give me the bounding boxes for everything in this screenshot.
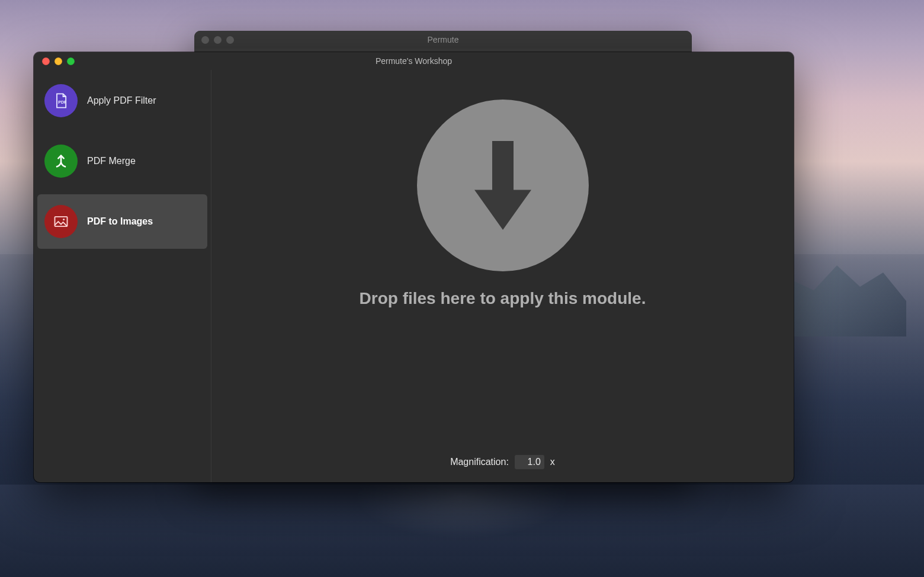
minimize-button[interactable] <box>54 57 62 65</box>
magnification-label: Magnification: <box>450 457 509 467</box>
sidebar-item-pdf-to-images[interactable]: PDF to Images <box>37 194 207 249</box>
module-main-panel: Drop files here to apply this module. Ma… <box>211 70 794 482</box>
dropzone[interactable] <box>417 100 589 271</box>
inactive-minimize-dot[interactable] <box>214 36 222 44</box>
svg-point-2 <box>63 219 65 220</box>
svg-text:PDF: PDF <box>58 100 67 104</box>
sidebar-item-label: PDF to Images <box>87 216 153 227</box>
inactive-zoom-dot[interactable] <box>226 36 234 44</box>
magnification-suffix: x <box>550 457 555 467</box>
traffic-lights <box>42 52 75 70</box>
magnification-row: Magnification: x <box>211 455 794 469</box>
back-window-titlebar[interactable]: Permute <box>194 31 692 49</box>
zoom-button[interactable] <box>67 57 75 65</box>
back-window-title: Permute <box>428 35 459 44</box>
back-window-traffic-lights <box>201 31 234 49</box>
down-arrow-icon <box>458 132 547 239</box>
image-icon <box>44 205 78 238</box>
sidebar-item-apply-pdf-filter[interactable]: PDF Apply PDF Filter <box>37 73 207 128</box>
merge-icon <box>44 145 78 178</box>
inactive-close-dot[interactable] <box>201 36 209 44</box>
workshop-title: Permute's Workshop <box>376 56 452 66</box>
sidebar-item-label: Apply PDF Filter <box>87 95 156 106</box>
close-button[interactable] <box>42 57 50 65</box>
sidebar-item-label: PDF Merge <box>87 156 136 166</box>
workshop-window: Permute's Workshop PDF Apply PDF Filter <box>34 52 794 482</box>
magnification-input[interactable] <box>515 455 544 469</box>
workshop-body: PDF Apply PDF Filter PDF Merge <box>34 70 794 482</box>
sidebar-item-pdf-merge[interactable]: PDF Merge <box>37 134 207 188</box>
pdf-file-icon: PDF <box>44 84 78 117</box>
dropzone-message: Drop files here to apply this module. <box>360 289 646 308</box>
module-sidebar: PDF Apply PDF Filter PDF Merge <box>34 70 211 482</box>
workshop-titlebar[interactable]: Permute's Workshop <box>34 52 794 70</box>
